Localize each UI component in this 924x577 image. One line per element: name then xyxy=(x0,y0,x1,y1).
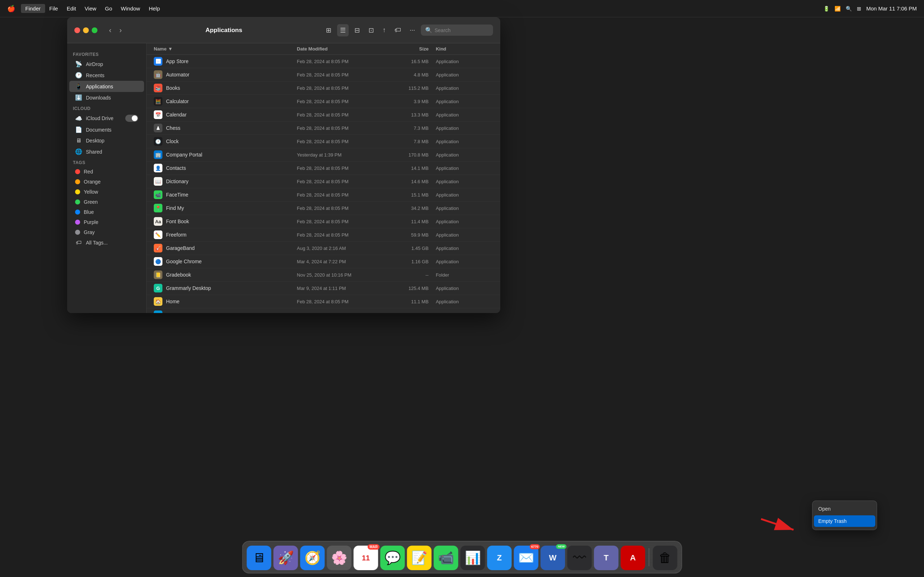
sidebar-item-desktop[interactable]: 🖥 Desktop xyxy=(69,135,144,146)
dock-facetime[interactable]: 📹 xyxy=(434,546,459,570)
file-modified: Feb 28, 2024 at 8:05 PM xyxy=(297,179,383,184)
tag-button[interactable]: 🏷 xyxy=(392,24,404,36)
sidebar-item-tag-purple[interactable]: Purple xyxy=(69,217,144,227)
sidebar-item-tag-gray[interactable]: Gray xyxy=(69,227,144,237)
sidebar-item-tag-green[interactable]: Green xyxy=(69,197,144,207)
file-icon: 🤖 xyxy=(154,70,162,79)
column-kind[interactable]: Kind xyxy=(428,46,493,52)
back-button[interactable]: ‹ xyxy=(106,24,115,36)
context-open-item[interactable]: Open xyxy=(813,503,877,515)
sidebar-item-shared[interactable]: 🌐 Shared xyxy=(69,146,144,157)
table-row[interactable]: 🖨 HP Smart Apr 27, 2022 at 10:42 AM 245.… xyxy=(147,308,500,313)
dock-mail[interactable]: ✉️ 6770 xyxy=(514,546,538,570)
share-button[interactable]: ↑ xyxy=(380,24,389,36)
table-row[interactable]: 🧮 Calculator Feb 28, 2024 at 8:05 PM 3.9… xyxy=(147,95,500,108)
sidebar-item-downloads[interactable]: ⬇️ Downloads xyxy=(69,92,144,103)
file-icon: 📖 xyxy=(154,177,162,186)
menu-edit[interactable]: Edit xyxy=(63,4,81,13)
sidebar-item-recents[interactable]: 🕐 Recents xyxy=(69,69,144,81)
dock-notes[interactable]: 📝 xyxy=(407,546,432,570)
table-row[interactable]: 📅 Calendar Feb 28, 2024 at 8:05 PM 13.3 … xyxy=(147,108,500,121)
dock-calendar[interactable]: 11 MAR xyxy=(354,546,378,570)
file-modified: Feb 28, 2024 at 8:05 PM xyxy=(297,99,383,104)
sidebar-item-all-tags[interactable]: 🏷 All Tags... xyxy=(69,237,144,248)
dock-keynote[interactable]: 📊 xyxy=(460,546,485,570)
menu-help[interactable]: Help xyxy=(144,4,164,13)
sidebar-item-icloud-drive[interactable]: ☁️ iCloud Drive xyxy=(69,113,144,124)
more-button[interactable]: ··· xyxy=(407,24,418,36)
table-row[interactable]: 🏠 Home Feb 28, 2024 at 8:05 PM 11.1 MB A… xyxy=(147,295,500,308)
sidebar-item-label: Yellow xyxy=(84,189,98,195)
table-row[interactable]: 📚 Books Feb 28, 2024 at 8:05 PM 115.2 MB… xyxy=(147,82,500,95)
table-row[interactable]: 📒 Gradebook Nov 25, 2020 at 10:16 PM -- … xyxy=(147,268,500,282)
context-empty-trash-item[interactable]: Empty Trash xyxy=(814,515,875,527)
file-size: 34.2 MB xyxy=(383,206,428,211)
icloud-toggle[interactable] xyxy=(125,115,138,122)
dock-zoom[interactable]: Z xyxy=(487,546,512,570)
table-row[interactable]: 🏢 Company Portal Yesterday at 1:39 PM 17… xyxy=(147,148,500,161)
apple-menu[interactable]: 🍎 xyxy=(7,5,15,13)
menu-go[interactable]: Go xyxy=(101,4,116,13)
sidebar-item-documents[interactable]: 📄 Documents xyxy=(69,124,144,135)
dock-trash[interactable]: 🗑 xyxy=(653,546,677,570)
table-row[interactable]: 🎸 GarageBand Aug 3, 2020 at 2:16 AM 1.45… xyxy=(147,242,500,255)
sidebar-item-tag-orange[interactable]: Orange xyxy=(69,177,144,187)
search-box[interactable]: 🔍 xyxy=(421,24,493,36)
control-center-icon[interactable]: ⊞ xyxy=(857,6,861,11)
dock-teams[interactable]: T xyxy=(594,546,619,570)
sidebar-item-airdrop[interactable]: 📡 AirDrop xyxy=(69,58,144,69)
dock-safari[interactable]: 🧭 xyxy=(300,546,325,570)
search-input[interactable] xyxy=(435,27,489,33)
menu-view[interactable]: View xyxy=(81,4,101,13)
column-name[interactable]: Name ▼ xyxy=(154,46,297,52)
file-icon: 📹 xyxy=(154,190,162,199)
menu-file[interactable]: File xyxy=(45,4,63,13)
file-rows-container: 🅰 App Store Feb 28, 2024 at 8:05 PM 16.5… xyxy=(147,55,500,313)
table-row[interactable]: 📖 Dictionary Feb 28, 2024 at 8:05 PM 14.… xyxy=(147,175,500,188)
table-row[interactable]: 🅰 App Store Feb 28, 2024 at 8:05 PM 16.5… xyxy=(147,55,500,68)
spotlight-icon[interactable]: 🔍 xyxy=(846,6,852,11)
view-gallery-button[interactable]: ⊡ xyxy=(366,24,377,36)
all-tags-icon: 🏷 xyxy=(75,239,82,246)
menu-bar: 🍎 Finder File Edit View Go Window Help 🔋… xyxy=(0,0,924,17)
table-row[interactable]: 📍 Find My Feb 28, 2024 at 8:05 PM 34.2 M… xyxy=(147,201,500,215)
file-modified: Feb 28, 2024 at 8:05 PM xyxy=(297,299,383,305)
dock-photos[interactable]: 🌸 xyxy=(327,546,352,570)
maximize-button[interactable] xyxy=(92,27,97,33)
menu-window[interactable]: Window xyxy=(116,4,144,13)
file-kind: Application xyxy=(428,232,493,238)
dock-finder[interactable]: 🖥 xyxy=(247,546,271,570)
table-row[interactable]: 📹 FaceTime Feb 28, 2024 at 8:05 PM 15.1 … xyxy=(147,188,500,201)
table-row[interactable]: 🔵 Google Chrome Mar 4, 2024 at 7:22 PM 1… xyxy=(147,255,500,268)
table-row[interactable]: Aa Font Book Feb 28, 2024 at 8:05 PM 11.… xyxy=(147,215,500,228)
sidebar-item-label: All Tags... xyxy=(86,240,108,246)
menu-finder[interactable]: Finder xyxy=(21,4,45,13)
column-size[interactable]: Size xyxy=(383,46,428,52)
minimize-button[interactable] xyxy=(83,27,89,33)
table-row[interactable]: ✏️ Freeform Feb 28, 2024 at 8:05 PM 59.9… xyxy=(147,228,500,242)
table-row[interactable]: 👤 Contacts Feb 28, 2024 at 8:05 PM 14.1 … xyxy=(147,161,500,175)
forward-button[interactable]: › xyxy=(116,24,125,36)
table-row[interactable]: 🤖 Automator Feb 28, 2024 at 8:05 PM 4.8 … xyxy=(147,68,500,82)
view-icon-button[interactable]: ⊞ xyxy=(323,24,334,36)
table-row[interactable]: G Grammarly Desktop Mar 9, 2024 at 1:11 … xyxy=(147,282,500,295)
clock: Mon Mar 11 7:06 PM xyxy=(866,5,917,11)
dock-acrobat[interactable]: A xyxy=(621,546,645,570)
dock-launchpad[interactable]: 🚀 xyxy=(274,546,298,570)
close-button[interactable] xyxy=(74,27,80,33)
view-list-button[interactable]: ☰ xyxy=(337,24,349,36)
dock-waveform[interactable]: 〰 xyxy=(567,546,592,570)
file-size: 59.9 MB xyxy=(383,232,428,238)
recents-icon: 🕐 xyxy=(75,72,82,79)
sidebar-item-applications[interactable]: 📱 Applications xyxy=(69,81,144,92)
table-row[interactable]: ♟ Chess Feb 28, 2024 at 8:05 PM 7.3 MB A… xyxy=(147,121,500,135)
dock-messages[interactable]: 💬 xyxy=(380,546,405,570)
column-modified[interactable]: Date Modified xyxy=(297,46,383,52)
sidebar-item-tag-yellow[interactable]: Yellow xyxy=(69,187,144,197)
dock-word[interactable]: W NEW xyxy=(541,546,565,570)
sidebar-item-tag-blue[interactable]: Blue xyxy=(69,207,144,217)
sidebar-item-tag-red[interactable]: Red xyxy=(69,167,144,177)
table-row[interactable]: 🕐 Clock Feb 28, 2024 at 8:05 PM 7.8 MB A… xyxy=(147,135,500,148)
view-columns-button[interactable]: ⊟ xyxy=(352,24,363,36)
favorites-label: Favorites xyxy=(67,49,146,58)
